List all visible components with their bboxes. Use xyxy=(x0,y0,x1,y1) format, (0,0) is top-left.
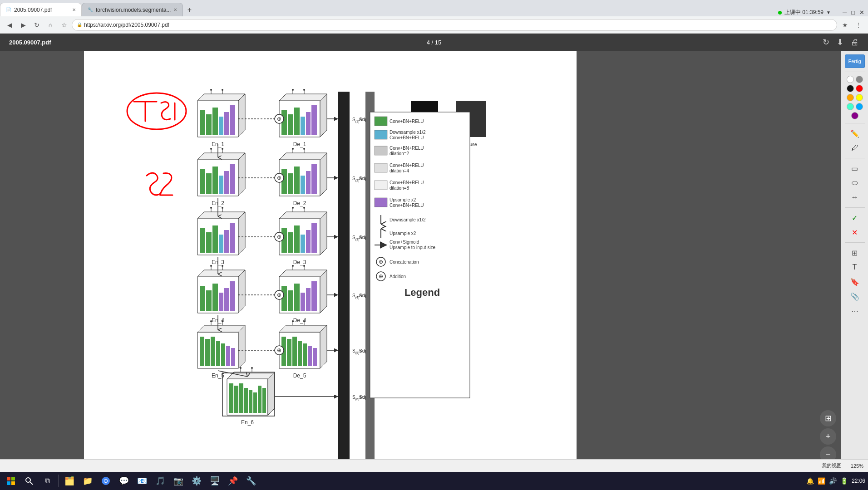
svg-point-13 xyxy=(222,89,223,91)
reload-button[interactable]: ↻ xyxy=(31,19,43,31)
svg-text:Conv+BN+RELU: Conv+BN+RELU xyxy=(390,135,424,140)
svg-rect-31 xyxy=(206,232,212,253)
color-purple[interactable] xyxy=(851,112,858,119)
color-blue[interactable] xyxy=(856,103,863,110)
window-max-btn[interactable]: □ xyxy=(851,9,855,16)
done-button[interactable]: Fertig xyxy=(845,54,865,68)
svg-marker-51 xyxy=(238,270,245,313)
svg-point-11 xyxy=(210,89,212,91)
inactive-tab[interactable]: 🔧 torchvision.models.segmenta... ✕ xyxy=(82,3,183,16)
rect-tool-btn[interactable]: ▭ xyxy=(848,162,862,175)
back-button[interactable]: ◀ xyxy=(4,19,15,31)
svg-rect-119 xyxy=(294,225,300,253)
status-label: 上课中 01:39:59 xyxy=(784,9,824,16)
svg-rect-49 xyxy=(230,281,235,311)
zoom-in-btn[interactable]: + xyxy=(820,428,836,445)
svg-rect-134 xyxy=(301,293,305,311)
svg-point-98 xyxy=(292,89,294,91)
crop-tool-btn[interactable]: ⊞ xyxy=(848,246,862,259)
color-orange[interactable] xyxy=(847,94,854,101)
cross-tool-btn[interactable]: ✕ xyxy=(848,226,862,239)
tab-close-btn[interactable]: ✕ xyxy=(72,7,76,12)
svg-point-253 xyxy=(26,478,30,482)
window-min-btn[interactable]: ─ xyxy=(843,9,847,16)
taskbar-app-4[interactable]: 💬 xyxy=(116,473,132,489)
taskbar-app-9[interactable]: 🖥️ xyxy=(207,473,223,489)
ellipse-tool-btn[interactable]: ⬭ xyxy=(848,176,862,189)
svg-rect-32 xyxy=(212,225,218,253)
svg-text:De_3: De_3 xyxy=(293,259,306,265)
taskbar-app-2[interactable]: 📁 xyxy=(79,473,96,489)
svg-rect-48 xyxy=(224,288,229,311)
taskbar-app-1[interactable]: 🗂️ xyxy=(61,473,78,489)
panel-divider-5 xyxy=(845,242,865,243)
svg-marker-153 xyxy=(320,325,327,368)
taskbar-icon-notif[interactable]: 🔔 xyxy=(806,477,814,485)
svg-rect-80 xyxy=(262,388,266,413)
taskbar-icon-sound[interactable]: 🔊 xyxy=(829,477,837,485)
taskbar-app-11[interactable]: 🔧 xyxy=(243,473,259,489)
bookmark-star-button[interactable]: ★ xyxy=(839,19,851,31)
color-red[interactable] xyxy=(856,85,863,92)
svg-rect-122 xyxy=(311,223,317,253)
taskbar-app-8[interactable]: ⚙️ xyxy=(188,473,205,489)
svg-point-140 xyxy=(292,265,294,267)
zoom-fit-btn[interactable]: ⊞ xyxy=(820,410,836,426)
status-dropdown[interactable]: ▼ xyxy=(826,10,831,15)
svg-rect-35 xyxy=(230,223,235,253)
active-tab[interactable]: 📄 2005.09007.pdf ✕ xyxy=(0,3,82,16)
svg-rect-45 xyxy=(206,290,212,311)
svg-text:⊕: ⊕ xyxy=(379,273,383,279)
svg-rect-227 xyxy=(375,198,387,207)
svg-marker-152 xyxy=(279,325,327,332)
pen-tool-btn[interactable]: ✏️ xyxy=(848,127,862,140)
tab2-close-btn[interactable]: ✕ xyxy=(173,7,177,12)
check-tool-btn[interactable]: ✓ xyxy=(848,211,862,224)
stamp-tool-btn[interactable]: 🔖 xyxy=(848,275,862,288)
svg-point-157 xyxy=(303,320,305,322)
svg-rect-108 xyxy=(311,164,317,194)
pdf-title: 2005.09007.pdf xyxy=(9,39,51,46)
bookmark-button[interactable]: ☆ xyxy=(58,19,70,31)
window-close-btn[interactable]: ✕ xyxy=(859,9,864,16)
taskbar-icon-battery[interactable]: 🔋 xyxy=(840,477,848,485)
svg-rect-61 xyxy=(216,341,220,366)
pdf-refresh-btn[interactable]: ↻ xyxy=(823,37,829,47)
color-gray[interactable] xyxy=(856,76,863,83)
panel-divider-2 xyxy=(845,123,865,123)
search-taskbar-btn[interactable] xyxy=(21,473,37,489)
more-tool-btn[interactable]: ⋯ xyxy=(848,304,862,317)
svg-marker-23 xyxy=(238,153,245,196)
taskbar-app-7[interactable]: 📷 xyxy=(170,473,187,489)
taskbar-app-6[interactable]: 🎵 xyxy=(152,473,168,489)
text-tool-btn[interactable]: T xyxy=(848,261,862,274)
pdf-print-btn[interactable]: 🖨 xyxy=(851,38,859,47)
start-button[interactable] xyxy=(3,473,19,489)
settings-button[interactable]: ⋮ xyxy=(853,19,864,31)
svg-point-84 xyxy=(240,367,242,369)
arrow-tool-btn[interactable]: ↔ xyxy=(848,191,862,204)
marker-tool-btn[interactable]: 🖊 xyxy=(848,142,862,154)
taskbar-icon-wifi[interactable]: 📶 xyxy=(818,477,825,485)
pdf-download-btn[interactable]: ⬇ xyxy=(837,37,843,47)
ssl-lock-icon: 🔒 xyxy=(77,22,82,27)
taskbar-chrome[interactable] xyxy=(98,473,114,489)
svg-rect-94 xyxy=(311,105,317,135)
address-bar[interactable]: 🔒 https://arxiv.org/pdf/2005.09007.pdf xyxy=(72,19,837,31)
taskbar-app-5[interactable]: 📧 xyxy=(134,473,150,489)
forward-button[interactable]: ▶ xyxy=(17,19,29,31)
task-view-btn[interactable]: ⧉ xyxy=(39,473,55,489)
taskbar-app-10[interactable]: 📌 xyxy=(225,473,241,489)
pdf-page-info: 4 / 15 xyxy=(427,39,442,46)
svg-rect-148 xyxy=(298,341,302,366)
svg-rect-104 xyxy=(288,173,293,194)
new-tab-button[interactable]: + xyxy=(183,4,196,16)
color-black[interactable] xyxy=(847,85,854,92)
color-cyan[interactable] xyxy=(847,103,854,110)
color-yellow[interactable] xyxy=(856,94,863,101)
color-white[interactable] xyxy=(847,76,854,83)
svg-rect-146 xyxy=(287,339,291,366)
attach-tool-btn[interactable]: 📎 xyxy=(848,290,862,303)
svg-rect-250 xyxy=(11,477,15,480)
home-button[interactable]: ⌂ xyxy=(44,19,56,31)
